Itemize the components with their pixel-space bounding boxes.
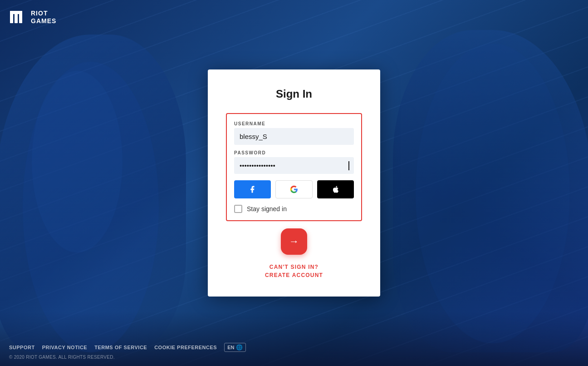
language-selector[interactable]: EN 🌐 — [224, 343, 246, 352]
cant-sign-in-link[interactable]: CAN'T SIGN IN? — [226, 264, 362, 270]
arrow-right-icon: → — [289, 236, 299, 247]
submit-area: → — [226, 228, 362, 255]
svg-point-1 — [32, 71, 122, 252]
logo-text: RIOT GAMES — [31, 10, 56, 25]
username-label: USERNAME — [234, 121, 354, 126]
password-label: PASSWORD — [234, 150, 354, 155]
password-field-group: PASSWORD — [234, 150, 354, 174]
submit-button[interactable]: → — [281, 228, 307, 255]
footer-terms-link[interactable]: TERMS OF SERVICE — [94, 345, 147, 350]
footer-links-row: SUPPORT PRIVACY NOTICE TERMS OF SERVICE … — [9, 343, 579, 352]
copyright-text: © 2020 RIOT GAMES. ALL RIGHTS RESERVED. — [9, 355, 579, 360]
username-field-group: USERNAME — [234, 121, 354, 145]
galio-silhouette — [375, 21, 588, 366]
stay-signed-in-label: Stay signed in — [247, 205, 287, 213]
stay-signed-in-checkbox[interactable] — [234, 205, 242, 213]
modal-title: Sign In — [226, 88, 362, 100]
google-signin-button[interactable] — [275, 180, 313, 198]
google-icon — [290, 185, 298, 193]
username-input[interactable] — [234, 128, 354, 145]
character-right-area — [375, 21, 588, 366]
stay-signed-in-row: Stay signed in — [234, 205, 354, 213]
character-left-area — [0, 25, 204, 366]
svg-point-2 — [416, 44, 570, 343]
password-input[interactable] — [234, 157, 354, 174]
globe-icon: 🌐 — [236, 344, 243, 351]
password-wrapper — [234, 157, 354, 174]
facebook-icon — [248, 185, 256, 193]
apple-signin-button[interactable] — [317, 180, 354, 198]
create-account-link[interactable]: CREATE ACCOUNT — [226, 272, 362, 278]
footer: SUPPORT PRIVACY NOTICE TERMS OF SERVICE … — [0, 336, 588, 366]
form-area: USERNAME PASSWORD — [226, 113, 362, 221]
modal-links: CAN'T SIGN IN? CREATE ACCOUNT — [226, 264, 362, 278]
social-buttons — [234, 180, 354, 198]
logo-icon — [9, 9, 27, 25]
password-cursor — [348, 161, 349, 170]
jinx-silhouette — [0, 25, 204, 366]
riot-games-logo: RIOT GAMES — [9, 9, 56, 25]
lang-label: EN — [227, 345, 234, 350]
footer-support-link[interactable]: SUPPORT — [9, 345, 35, 350]
apple-icon — [332, 185, 340, 193]
signin-modal: Sign In USERNAME PASSWORD — [208, 69, 380, 297]
svg-rect-6 — [10, 11, 22, 14]
facebook-signin-button[interactable] — [234, 180, 271, 198]
footer-privacy-link[interactable]: PRIVACY NOTICE — [42, 345, 88, 350]
footer-cookies-link[interactable]: COOKIE PREFERENCES — [154, 345, 217, 350]
